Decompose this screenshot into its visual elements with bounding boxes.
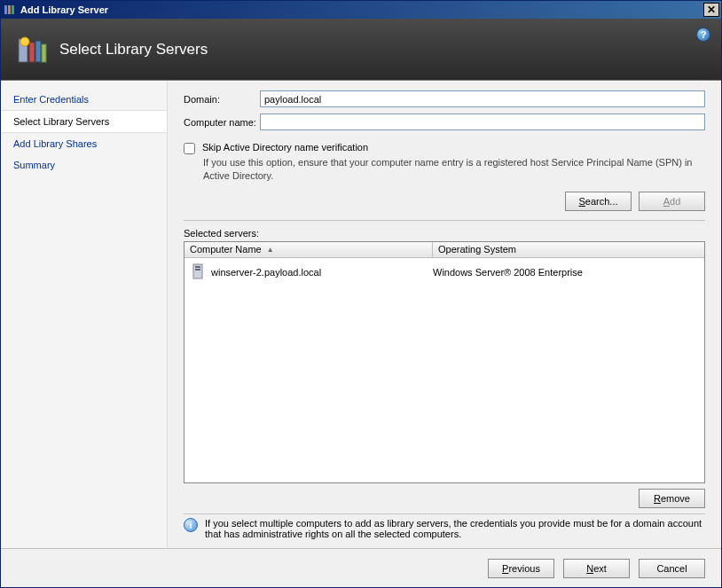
wizard-header: Select Library Servers ? xyxy=(1,19,721,81)
info-box: i If you select multiple computers to ad… xyxy=(184,514,705,545)
list-header: Computer Name ▲ Operating System xyxy=(184,242,704,258)
svg-rect-0 xyxy=(4,5,7,14)
remove-button[interactable]: Remove xyxy=(639,489,705,508)
library-icon xyxy=(17,34,49,66)
skip-hint-text: If you use this option, ensure that your… xyxy=(203,156,705,183)
column-operating-system[interactable]: Operating System xyxy=(433,242,704,257)
wizard-footer: Previous Next Cancel xyxy=(1,548,721,587)
next-button[interactable]: Next xyxy=(563,559,630,578)
main-panel: Domain: Computer name: Skip Active Direc… xyxy=(168,82,721,548)
svg-rect-5 xyxy=(35,41,41,62)
previous-button[interactable]: Previous xyxy=(488,559,554,578)
domain-input[interactable] xyxy=(260,90,705,107)
computer-name-label: Computer name: xyxy=(184,117,260,128)
help-icon[interactable]: ? xyxy=(696,27,710,42)
domain-label: Domain: xyxy=(184,94,260,105)
svg-rect-6 xyxy=(42,44,46,62)
window-title: Add Library Server xyxy=(20,4,703,15)
skip-ad-verification-label: Skip Active Directory name verification xyxy=(202,142,705,153)
column-computer-name[interactable]: Computer Name ▲ xyxy=(184,242,433,257)
svg-rect-1 xyxy=(8,5,11,14)
info-text: If you select multiple computers to add … xyxy=(205,518,705,539)
step-select-library-servers[interactable]: Select Library Servers xyxy=(1,110,167,133)
selected-servers-list: Computer Name ▲ Operating System xyxy=(184,241,705,483)
cancel-button[interactable]: Cancel xyxy=(639,559,705,578)
dialog-window: Add Library Server ✕ Select Library Serv… xyxy=(0,0,722,588)
page-title: Select Library Servers xyxy=(59,41,208,59)
window-icon xyxy=(3,3,17,17)
server-icon xyxy=(190,263,206,281)
step-enter-credentials[interactable]: Enter Credentials xyxy=(1,89,167,110)
titlebar: Add Library Server ✕ xyxy=(1,1,721,19)
table-row[interactable]: winserver-2.payload.local Windows Server… xyxy=(184,258,704,286)
svg-rect-9 xyxy=(195,266,200,268)
skip-ad-verification-checkbox[interactable] xyxy=(184,143,195,154)
step-add-library-shares[interactable]: Add Library Shares xyxy=(1,133,167,154)
sort-asc-icon: ▲ xyxy=(267,246,274,254)
svg-rect-10 xyxy=(195,269,200,270)
search-button[interactable]: Search... xyxy=(565,192,632,211)
svg-point-7 xyxy=(20,37,29,46)
step-summary[interactable]: Summary xyxy=(1,154,167,176)
list-body: winserver-2.payload.local Windows Server… xyxy=(184,258,704,482)
wizard-steps-sidebar: Enter Credentials Select Library Servers… xyxy=(1,82,168,548)
info-icon: i xyxy=(184,518,198,532)
svg-rect-4 xyxy=(29,43,35,62)
wizard-body: Enter Credentials Select Library Servers… xyxy=(1,81,721,548)
svg-rect-2 xyxy=(12,5,14,14)
separator xyxy=(184,220,705,221)
close-button[interactable]: ✕ xyxy=(703,3,719,17)
row-operating-system: Windows Server® 2008 Enterprise xyxy=(433,267,699,278)
computer-name-input[interactable] xyxy=(260,114,705,130)
selected-servers-label: Selected servers: xyxy=(184,228,705,239)
add-button[interactable]: Add xyxy=(639,192,705,211)
row-computer-name: winserver-2.payload.local xyxy=(211,267,433,278)
